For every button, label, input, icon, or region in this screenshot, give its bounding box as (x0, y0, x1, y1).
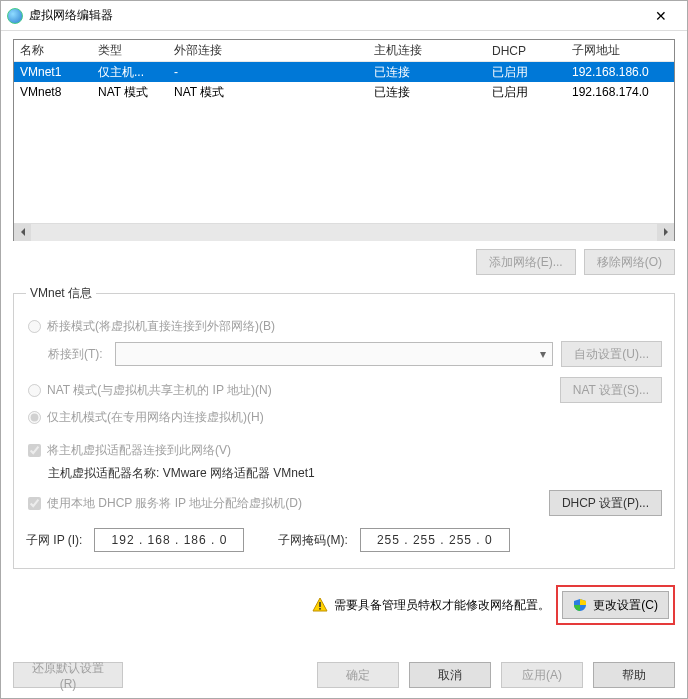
col-type[interactable]: 类型 (92, 42, 168, 59)
change-settings-button[interactable]: 更改设置(C) (562, 591, 669, 619)
cell-type: NAT 模式 (92, 84, 168, 101)
cell-host: 已连接 (368, 84, 486, 101)
cell-type: 仅主机... (92, 64, 168, 81)
apply-button: 应用(A) (501, 662, 583, 688)
col-name[interactable]: 名称 (14, 42, 92, 59)
col-dhcp[interactable]: DHCP (486, 44, 566, 58)
add-network-button: 添加网络(E)... (476, 249, 576, 275)
table-row[interactable]: VMnet1仅主机...-已连接已启用192.168.186.0 (14, 62, 674, 82)
nat-mode-option: NAT 模式(与虚拟机共享主机的 IP 地址)(N) (26, 382, 272, 399)
warning-icon (312, 597, 328, 613)
bridged-mode-label: 桥接模式(将虚拟机直接连接到外部网络)(B) (47, 318, 275, 335)
vmnet-info-group: VMnet 信息 桥接模式(将虚拟机直接连接到外部网络)(B) 桥接到(T): … (13, 285, 675, 569)
network-table: 名称 类型 外部连接 主机连接 DHCP 子网地址 VMnet1仅主机...-已… (13, 39, 675, 241)
help-button[interactable]: 帮助 (593, 662, 675, 688)
table-body: VMnet1仅主机...-已连接已启用192.168.186.0VMnet8NA… (14, 62, 674, 223)
connect-host-adapter-option: 将主机虚拟适配器连接到此网络(V) (26, 442, 662, 459)
scroll-track[interactable] (31, 224, 657, 241)
bridged-to-label: 桥接到(T): (48, 346, 103, 363)
table-row[interactable]: VMnet8NAT 模式NAT 模式已连接已启用192.168.174.0 (14, 82, 674, 102)
hostonly-mode-option: 仅主机模式(在专用网络内连接虚拟机)(H) (26, 409, 662, 426)
use-local-dhcp-option: 使用本地 DHCP 服务将 IP 地址分配给虚拟机(D) (26, 495, 302, 512)
svg-rect-1 (320, 608, 322, 610)
use-local-dhcp-label: 使用本地 DHCP 服务将 IP 地址分配给虚拟机(D) (47, 495, 302, 512)
scroll-right-icon[interactable] (657, 224, 674, 241)
window-title: 虚拟网络编辑器 (29, 7, 641, 24)
cell-subnet: 192.168.174.0 (566, 85, 674, 99)
ok-button: 确定 (317, 662, 399, 688)
col-external[interactable]: 外部连接 (168, 42, 368, 59)
nat-settings-button: NAT 设置(S)... (560, 377, 662, 403)
close-icon[interactable]: ✕ (641, 8, 681, 24)
host-adapter-name-label: 主机虚拟适配器名称: (48, 466, 159, 480)
nat-mode-label: NAT 模式(与虚拟机共享主机的 IP 地址)(N) (47, 382, 272, 399)
virtual-network-editor-window: 虚拟网络编辑器 ✕ 名称 类型 外部连接 主机连接 DHCP 子网地址 VMne… (0, 0, 688, 699)
subnet-mask-label: 子网掩码(M): (278, 532, 347, 549)
restore-defaults-button: 还原默认设置(R) (13, 662, 123, 688)
shield-icon (573, 598, 587, 612)
cell-dhcp: 已启用 (486, 64, 566, 81)
titlebar: 虚拟网络编辑器 ✕ (1, 1, 687, 31)
change-settings-label: 更改设置(C) (593, 597, 658, 614)
cell-name: VMnet8 (14, 85, 92, 99)
change-settings-highlight: 更改设置(C) (556, 585, 675, 625)
scroll-left-icon[interactable] (14, 224, 31, 241)
app-icon (7, 8, 23, 24)
svg-rect-0 (320, 602, 322, 607)
bridged-to-select: ▾ (115, 342, 554, 366)
host-adapter-name-value: VMware 网络适配器 VMnet1 (163, 466, 315, 480)
col-host[interactable]: 主机连接 (368, 42, 486, 59)
cell-host: 已连接 (368, 64, 486, 81)
bridged-mode-option: 桥接模式(将虚拟机直接连接到外部网络)(B) (26, 318, 662, 335)
cell-external: NAT 模式 (168, 84, 368, 101)
horizontal-scrollbar[interactable] (14, 223, 674, 240)
remove-network-button: 移除网络(O) (584, 249, 675, 275)
subnet-mask-input[interactable]: 255 . 255 . 255 . 0 (360, 528, 510, 552)
nat-mode-radio (28, 384, 41, 397)
hostonly-mode-radio (28, 411, 41, 424)
subnet-ip-input[interactable]: 192 . 168 . 186 . 0 (94, 528, 244, 552)
col-subnet[interactable]: 子网地址 (566, 42, 674, 59)
auto-settings-button: 自动设置(U)... (561, 341, 662, 367)
use-local-dhcp-checkbox (28, 497, 41, 510)
connect-host-adapter-checkbox (28, 444, 41, 457)
cell-dhcp: 已启用 (486, 84, 566, 101)
cell-subnet: 192.168.186.0 (566, 65, 674, 79)
connect-host-adapter-label: 将主机虚拟适配器连接到此网络(V) (47, 442, 231, 459)
hostonly-mode-label: 仅主机模式(在专用网络内连接虚拟机)(H) (47, 409, 264, 426)
dialog-footer: 还原默认设置(R) 确定 取消 应用(A) 帮助 (1, 656, 687, 698)
host-adapter-name-row: 主机虚拟适配器名称: VMware 网络适配器 VMnet1 (26, 465, 662, 482)
table-header: 名称 类型 外部连接 主机连接 DHCP 子网地址 (14, 40, 674, 62)
bridged-mode-radio (28, 320, 41, 333)
cell-name: VMnet1 (14, 65, 92, 79)
admin-warning-text: 需要具备管理员特权才能修改网络配置。 (334, 597, 550, 614)
chevron-down-icon: ▾ (540, 347, 546, 361)
dhcp-settings-button[interactable]: DHCP 设置(P)... (549, 490, 662, 516)
cell-external: - (168, 65, 368, 79)
cancel-button[interactable]: 取消 (409, 662, 491, 688)
subnet-ip-label: 子网 IP (I): (26, 532, 82, 549)
group-legend: VMnet 信息 (26, 285, 96, 302)
